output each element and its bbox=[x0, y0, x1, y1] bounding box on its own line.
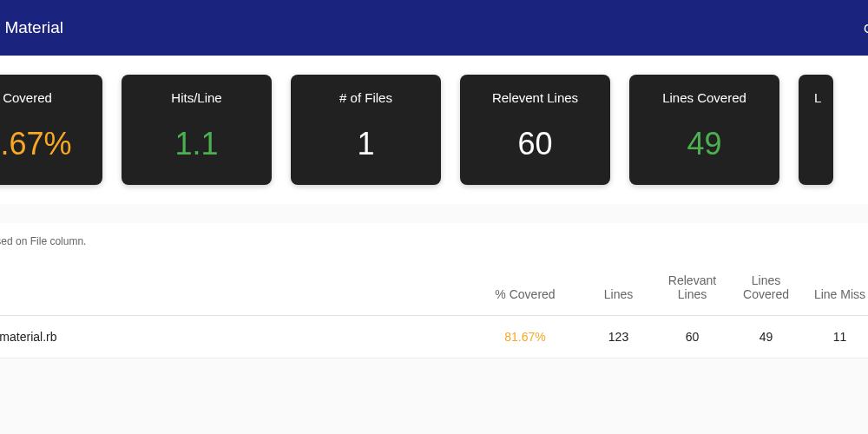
app-title: ecov Material bbox=[0, 18, 63, 37]
files-table: % Covered Lines Relevant Lines Lines Cov… bbox=[0, 260, 868, 358]
col-header-lines[interactable]: Lines bbox=[582, 260, 655, 316]
col-header-pct[interactable]: % Covered bbox=[469, 260, 582, 316]
cell-missed: 11 bbox=[803, 316, 868, 358]
app-header: ecov Material Ge bbox=[0, 0, 868, 56]
cell-lines: 123 bbox=[582, 316, 655, 358]
col-header-file[interactable] bbox=[0, 260, 469, 316]
card-value: 1 bbox=[299, 126, 432, 162]
card-label: Relevent Lines bbox=[469, 90, 602, 105]
card-covered: Covered 1.67% bbox=[0, 75, 102, 185]
search-hint: rch based on File column. bbox=[0, 223, 868, 260]
card-label: # of Files bbox=[299, 90, 432, 105]
card-label: Covered bbox=[0, 90, 94, 105]
col-header-covered[interactable]: Lines Covered bbox=[729, 260, 803, 316]
col-header-missed[interactable]: Line Miss bbox=[803, 260, 868, 316]
card-value: 1.67% bbox=[0, 126, 94, 162]
card-lines-covered: Lines Covered 49 bbox=[629, 75, 779, 185]
cell-file: lecov-material.rb bbox=[0, 316, 469, 358]
card-partial: L bbox=[799, 75, 833, 185]
card-value: 1.1 bbox=[130, 126, 263, 162]
card-num-files: # of Files 1 bbox=[291, 75, 441, 185]
card-label: Lines Covered bbox=[638, 90, 771, 105]
summary-cards-row: Covered 1.67% Hits/Line 1.1 # of Files 1… bbox=[0, 56, 868, 204]
files-section: rch based on File column. % Covered Line… bbox=[0, 223, 868, 358]
cell-pct: 81.67% bbox=[469, 316, 582, 358]
card-label: Hits/Line bbox=[130, 90, 263, 105]
table-header-row: % Covered Lines Relevant Lines Lines Cov… bbox=[0, 260, 868, 316]
table-row[interactable]: lecov-material.rb 81.67% 123 60 49 11 bbox=[0, 316, 868, 358]
card-hits-line: Hits/Line 1.1 bbox=[122, 75, 272, 185]
card-relevant-lines: Relevent Lines 60 bbox=[460, 75, 610, 185]
card-value: 49 bbox=[638, 126, 771, 162]
card-label: L bbox=[814, 90, 825, 105]
header-right-text[interactable]: Ge bbox=[864, 21, 868, 36]
col-header-relevant[interactable]: Relevant Lines bbox=[655, 260, 729, 316]
cell-covered: 49 bbox=[729, 316, 803, 358]
card-value: 60 bbox=[469, 126, 602, 162]
cell-relevant: 60 bbox=[655, 316, 729, 358]
